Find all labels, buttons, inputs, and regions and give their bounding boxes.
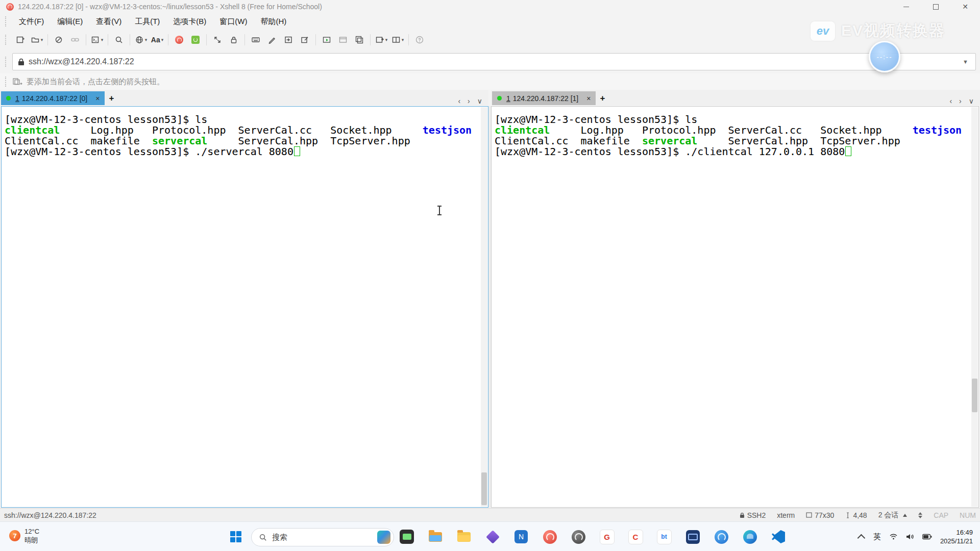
tile-layout-icon[interactable]: ▾: [389, 33, 406, 47]
tab-session-0[interactable]: 1 124.220.4.187:22 [0] ×: [1, 91, 105, 105]
blue-browser-app-icon[interactable]: [714, 529, 729, 544]
navy-app-icon[interactable]: [685, 529, 700, 544]
highlight-pen-icon[interactable]: [264, 33, 280, 47]
scrollbar-thumb-right[interactable]: [972, 379, 977, 412]
open-session-caret[interactable]: ▾: [41, 37, 43, 42]
pane-view-icon[interactable]: [335, 33, 351, 47]
terminal-content-right[interactable]: [wzx@VM-12-3-centos lesson53]$ lsclientc…: [492, 107, 978, 507]
recorder-float-button[interactable]: --:--: [869, 41, 900, 72]
new-tab-caret[interactable]: ▾: [385, 37, 388, 42]
taskbar-clock[interactable]: 16:49 2025/11/21: [940, 528, 973, 545]
disconnect-icon[interactable]: [51, 33, 67, 47]
maximize-button[interactable]: [921, 0, 950, 13]
menu-item-1[interactable]: 编辑(E): [51, 15, 89, 29]
toolbar: ▾ ▾ ▾ Aa▾: [0, 30, 980, 50]
tab-session-1[interactable]: 1 124.220.4.187:22 [1] ×: [492, 91, 596, 105]
volume-icon[interactable]: [906, 533, 914, 540]
hint-grip[interactable]: [5, 77, 8, 87]
tab-scroll-prev-right[interactable]: ‹: [949, 97, 952, 105]
menu-grip[interactable]: [5, 16, 8, 27]
taskbar-search[interactable]: 搜索: [251, 528, 394, 546]
scrollbar-left[interactable]: [481, 107, 487, 507]
xshell-taskbar-icon[interactable]: [542, 529, 557, 544]
menu-item-5[interactable]: 窗口(W): [213, 15, 254, 29]
address-dropdown-icon[interactable]: ▼: [961, 59, 970, 65]
new-terminal-caret[interactable]: ▾: [101, 37, 104, 42]
tab-scroll-next-left[interactable]: ›: [468, 97, 470, 105]
menu-item-4[interactable]: 选项卡(B): [166, 15, 213, 29]
new-tab-button-left[interactable]: +: [105, 91, 118, 105]
close-button[interactable]: ✕: [950, 0, 980, 13]
terminal-pane-right[interactable]: [wzx@VM-12-3-centos lesson53]$ lsclientc…: [491, 106, 979, 508]
fullscreen-icon[interactable]: [209, 33, 226, 47]
tile-layout-caret[interactable]: ▾: [402, 37, 404, 42]
menu-item-3[interactable]: 工具(T): [128, 15, 166, 29]
dark-sphere-app-icon[interactable]: [571, 529, 586, 544]
xshell-launcher-icon[interactable]: [171, 33, 187, 47]
reconnect-icon[interactable]: [67, 33, 83, 47]
purple-app-icon[interactable]: [485, 529, 500, 544]
xftp-launcher-icon[interactable]: [187, 33, 204, 47]
encoding-caret[interactable]: ▾: [145, 37, 148, 42]
search-highlight-image[interactable]: [377, 531, 390, 544]
new-terminal-icon[interactable]: ▾: [89, 33, 105, 47]
new-tab-button-right[interactable]: +: [596, 91, 609, 105]
terminal-pane-left[interactable]: [wzx@VM-12-3-centos lesson53]$ lsclientc…: [1, 106, 488, 508]
search-icon[interactable]: [111, 33, 127, 47]
address-value[interactable]: ssh://wzx@124.220.4.187:22: [29, 57, 961, 66]
run-pane-icon[interactable]: [318, 33, 335, 47]
weather-widget[interactable]: 7 12°C 晴朗: [9, 527, 39, 544]
scrollbar-right[interactable]: [971, 107, 978, 507]
menu-item-0[interactable]: 文件(F): [12, 15, 51, 29]
edge-browser-icon[interactable]: [742, 529, 757, 544]
start-button[interactable]: [228, 529, 244, 545]
address-bar[interactable]: ssh://wzx@124.220.4.187:22 ▼: [12, 53, 976, 70]
bt-panel-app-icon[interactable]: bt: [656, 529, 672, 544]
sessions-expand-icon[interactable]: [903, 514, 907, 517]
duplicate-pane-icon[interactable]: [351, 33, 368, 47]
blue-dev-app-icon[interactable]: N: [513, 529, 529, 544]
menu-item-6[interactable]: 帮助(H): [254, 15, 293, 29]
scrollbar-thumb-left[interactable]: [481, 472, 487, 505]
weather-badge: 7: [9, 530, 20, 541]
tab-close-icon[interactable]: ×: [95, 94, 100, 103]
open-session-folder-icon[interactable]: ▾: [29, 33, 45, 47]
scroll-updown-icon[interactable]: [918, 512, 922, 518]
battery-icon[interactable]: [922, 534, 932, 540]
status-num-lock: NUM: [960, 511, 976, 519]
new-session-icon[interactable]: [12, 33, 29, 47]
minimize-button[interactable]: [891, 0, 921, 13]
toolbar-grip[interactable]: [5, 35, 8, 45]
terminal-content-left[interactable]: [wzx@VM-12-3-centos lesson53]$ lsclientc…: [2, 107, 488, 507]
network-icon[interactable]: [889, 533, 898, 540]
send-text-icon[interactable]: [280, 33, 297, 47]
windows-logo-icon: [230, 531, 241, 542]
menu-item-2[interactable]: 查看(V): [89, 15, 128, 29]
tab-scroll-prev-left[interactable]: ‹: [458, 97, 460, 105]
lock-screen-icon[interactable]: [226, 33, 242, 47]
file-explorer-icon[interactable]: [428, 529, 443, 544]
address-grip[interactable]: [5, 57, 8, 67]
tab-close-icon[interactable]: ×: [586, 94, 591, 103]
help-icon[interactable]: [411, 33, 428, 47]
tray-overflow-icon[interactable]: [857, 534, 865, 542]
input-language-indicator[interactable]: 英: [873, 532, 881, 542]
status-session-count[interactable]: 2 会话: [878, 511, 908, 520]
g-app-icon[interactable]: G: [599, 529, 615, 544]
virtual-keyboard-icon[interactable]: [248, 33, 264, 47]
compose-bar-icon[interactable]: [297, 33, 313, 47]
retro-tv-app-icon[interactable]: [399, 529, 414, 544]
new-tab-icon[interactable]: ▾: [373, 33, 389, 47]
cursor-position-icon: [845, 512, 850, 518]
terminal-line: ClientCal.cc makefile servercal ServerCa…: [5, 136, 488, 146]
tab-list-menu-left[interactable]: ∨: [477, 97, 482, 105]
tab-list-menu-right[interactable]: ∨: [969, 97, 974, 105]
font-caret[interactable]: ▾: [161, 37, 164, 42]
encoding-globe-icon[interactable]: ▾: [133, 33, 149, 47]
vscode-app-icon[interactable]: [771, 529, 786, 544]
c-app-icon[interactable]: C: [628, 529, 643, 544]
add-session-icon[interactable]: [12, 77, 22, 86]
tab-scroll-next-right[interactable]: ›: [959, 97, 962, 105]
font-icon[interactable]: Aa▾: [149, 33, 165, 47]
folder-app-icon[interactable]: [456, 529, 472, 544]
